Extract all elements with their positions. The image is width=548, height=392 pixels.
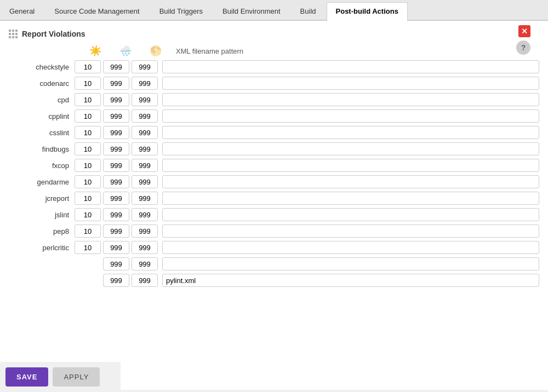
table-row: jcreport	[9, 192, 539, 205]
xml-pattern-input[interactable]	[162, 208, 539, 221]
threshold-mid-input[interactable]	[103, 60, 129, 73]
xml-pattern-input[interactable]	[162, 241, 539, 254]
threshold-high-input[interactable]	[132, 274, 158, 287]
xml-label: XML filename pattern	[176, 47, 243, 55]
row-label: codenarc	[9, 79, 75, 88]
tab-build-triggers[interactable]: Build Triggers	[150, 2, 212, 20]
tab-bar: General Source Code Management Build Tri…	[0, 0, 548, 21]
help-icon[interactable]: ?	[516, 41, 530, 55]
xml-pattern-input[interactable]	[162, 142, 539, 155]
violations-table: checkstylecodenarccpdcpplintcsslintfindb…	[9, 60, 539, 287]
threshold-high-input[interactable]	[132, 93, 158, 106]
threshold-mid-input[interactable]	[103, 274, 129, 287]
table-row: jslint	[9, 208, 539, 221]
threshold-mid-input[interactable]	[103, 126, 129, 139]
threshold-mid-input[interactable]	[103, 109, 129, 123]
threshold-high-input[interactable]	[132, 142, 158, 155]
row-label: cpd	[9, 96, 75, 104]
cloud-icon: 🌧️	[110, 45, 140, 57]
threshold-high-input[interactable]	[132, 159, 158, 172]
close-button[interactable]: ✕	[518, 25, 530, 37]
row-label: gendarme	[9, 178, 75, 186]
save-button[interactable]: SAVE	[5, 367, 48, 387]
row-label: fxcop	[9, 162, 75, 170]
threshold-low-input[interactable]	[75, 159, 101, 172]
table-row	[9, 257, 539, 270]
threshold-high-input[interactable]	[132, 126, 158, 139]
xml-pattern-input[interactable]	[162, 126, 539, 139]
row-label: jcreport	[9, 194, 75, 203]
threshold-high-input[interactable]	[132, 208, 158, 221]
xml-pattern-input[interactable]	[162, 77, 539, 90]
table-row: perlcritic	[9, 241, 539, 254]
tab-general[interactable]: General	[0, 2, 44, 20]
threshold-low-input[interactable]	[75, 192, 101, 205]
threshold-high-input[interactable]	[132, 77, 158, 90]
threshold-high-input[interactable]	[132, 175, 158, 188]
tab-build[interactable]: Build	[291, 2, 326, 20]
moon-icon: 🌕	[140, 45, 170, 57]
threshold-low-input[interactable]	[75, 77, 101, 90]
tab-post-build-actions[interactable]: Post-build Actions	[327, 2, 408, 21]
row-label: pep8	[9, 227, 75, 235]
table-row: gendarme	[9, 175, 539, 188]
threshold-high-input[interactable]	[132, 224, 158, 238]
grid-icon	[9, 30, 18, 38]
threshold-mid-input[interactable]	[103, 175, 129, 188]
threshold-mid-input[interactable]	[103, 192, 129, 205]
threshold-high-input[interactable]	[132, 109, 158, 123]
tab-build-environment[interactable]: Build Environment	[213, 2, 290, 20]
table-row: codenarc	[9, 77, 539, 90]
threshold-low-input[interactable]	[75, 60, 101, 73]
column-header-row: ☀️ 🌧️ 🌕 XML filename pattern	[80, 45, 539, 57]
xml-pattern-input[interactable]	[162, 192, 539, 205]
xml-pattern-input[interactable]	[162, 60, 539, 73]
table-row: fxcop	[9, 159, 539, 172]
threshold-high-input[interactable]	[132, 192, 158, 205]
xml-pattern-input[interactable]	[162, 257, 539, 270]
table-row: pep8	[9, 224, 539, 238]
threshold-mid-input[interactable]	[103, 77, 129, 90]
xml-pattern-input[interactable]	[162, 224, 539, 238]
threshold-low-input[interactable]	[75, 126, 101, 139]
threshold-mid-input[interactable]	[103, 257, 129, 270]
table-row: checkstyle	[9, 60, 539, 73]
threshold-mid-input[interactable]	[103, 241, 129, 254]
row-label: jslint	[9, 211, 75, 219]
threshold-mid-input[interactable]	[103, 142, 129, 155]
xml-pattern-input[interactable]	[162, 175, 539, 188]
table-row	[9, 274, 539, 287]
threshold-low-input[interactable]	[75, 224, 101, 238]
threshold-low-input[interactable]	[75, 142, 101, 155]
threshold-high-input[interactable]	[132, 257, 158, 270]
threshold-low-input[interactable]	[75, 241, 101, 254]
tab-source-code-management[interactable]: Source Code Management	[45, 2, 149, 20]
threshold-low-input[interactable]	[75, 93, 101, 106]
xml-pattern-input[interactable]	[162, 109, 539, 123]
bottom-bar: SAVE APPLY	[0, 362, 121, 392]
apply-button[interactable]: APPLY	[53, 367, 100, 387]
row-label: csslint	[9, 129, 75, 137]
table-row: csslint	[9, 126, 539, 139]
main-content: ✕ ? Report Violations ☀️ 🌧️ 🌕 XML filena…	[0, 21, 548, 390]
threshold-high-input[interactable]	[132, 60, 158, 73]
threshold-mid-input[interactable]	[103, 159, 129, 172]
threshold-mid-input[interactable]	[103, 208, 129, 221]
row-label: checkstyle	[9, 63, 75, 71]
table-row: findbugs	[9, 142, 539, 155]
threshold-high-input[interactable]	[132, 241, 158, 254]
xml-pattern-input[interactable]	[162, 274, 539, 287]
sun-icon: ☀️	[80, 45, 110, 57]
xml-pattern-input[interactable]	[162, 93, 539, 106]
row-label: perlcritic	[9, 244, 75, 252]
row-label: findbugs	[9, 145, 75, 153]
threshold-low-input[interactable]	[75, 109, 101, 123]
xml-pattern-input[interactable]	[162, 159, 539, 172]
threshold-mid-input[interactable]	[103, 93, 129, 106]
section-title: Report Violations	[22, 30, 85, 38]
threshold-low-input[interactable]	[75, 175, 101, 188]
table-row: cpd	[9, 93, 539, 106]
threshold-mid-input[interactable]	[103, 224, 129, 238]
threshold-low-input[interactable]	[75, 208, 101, 221]
row-label: cpplint	[9, 112, 75, 120]
